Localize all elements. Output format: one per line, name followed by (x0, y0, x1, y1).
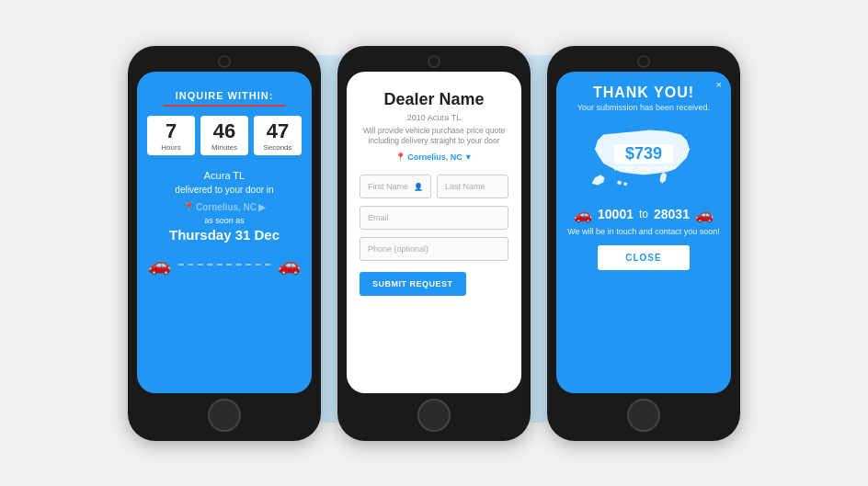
red-divider (164, 105, 286, 107)
form-location-text: Cornelius, NC (407, 153, 463, 162)
inquire-label: INQUIRE WITHIN: (176, 90, 274, 101)
delivery-text: Will provide vehicle purchase price quot… (360, 126, 508, 148)
minutes-value: 46 (204, 121, 245, 141)
form-location[interactable]: 📍 Cornelius, NC ▼ (360, 153, 508, 162)
zip-from: 10001 (598, 207, 634, 221)
minutes-unit: Minutes (204, 143, 245, 152)
form-fields: First Name 👤 Last Name Email Phone (opti… (360, 175, 508, 379)
usa-map-container: $739 HOME DELIVERY (584, 121, 703, 195)
phones-container: INQUIRE WITHIN: 7 Hours 46 Minutes 47 (128, 46, 740, 441)
car-to-icon: 🚗 (695, 206, 714, 223)
name-row: First Name 👤 Last Name (360, 175, 508, 198)
in-touch-text: We will be in touch and contact you soon… (567, 227, 719, 236)
car-model: Acura TL (204, 170, 245, 181)
form-chevron-icon: ▼ (464, 153, 473, 162)
phone-1-home-button[interactable] (208, 399, 241, 432)
minutes-box: 46 Minutes (200, 116, 248, 155)
car-subtitle: 2010 Acura TL (360, 113, 508, 122)
car-icons-row: 🚗 🚗 (148, 254, 301, 276)
phone-3-content: × THANK YOU! Your submission has been re… (556, 72, 731, 393)
location-link[interactable]: 📍 Cornelius, NC ▶ (183, 202, 266, 212)
zip-row: 🚗 10001 to 28031 🚗 (574, 206, 714, 223)
timer-container: 7 Hours 46 Minutes 47 Seconds (147, 116, 302, 155)
submission-text: Your submission has been received. (577, 103, 710, 112)
home-delivery-label: HOME DELIVERY (614, 165, 673, 172)
phone-1-notch (218, 55, 231, 68)
phone-1: INQUIRE WITHIN: 7 Hours 46 Minutes 47 (128, 46, 321, 441)
first-name-input[interactable]: First Name 👤 (360, 175, 431, 198)
car-from-icon: 🚗 (574, 206, 592, 223)
phone-2-screen: Dealer Name 2010 Acura TL Will provide v… (347, 72, 521, 393)
as-soon-label: as soon as (204, 216, 245, 225)
thank-you-title: THANK YOU! (593, 85, 694, 101)
submit-button[interactable]: SUBMIT REQUEST (360, 272, 466, 296)
car-info: Acura TL delivered to your door in (175, 168, 273, 198)
phone-2-content: Dealer Name 2010 Acura TL Will provide v… (347, 72, 521, 393)
phone-2: Dealer Name 2010 Acura TL Will provide v… (337, 46, 531, 441)
phone-3: × THANK YOU! Your submission has been re… (547, 46, 740, 441)
phone-3-notch (637, 55, 650, 68)
delivery-date: Thursday 31 Dec (169, 227, 280, 243)
person-icon: 👤 (414, 183, 423, 191)
main-scene: INQUIRE WITHIN: 7 Hours 46 Minutes 47 (0, 0, 868, 486)
phone-2-home-button[interactable] (417, 399, 451, 432)
zip-to: 28031 (654, 207, 690, 221)
email-input[interactable]: Email (360, 206, 508, 230)
car-right-icon: 🚗 (278, 254, 301, 276)
hours-value: 7 (151, 121, 191, 141)
last-name-input[interactable]: Last Name (437, 175, 508, 198)
hours-unit: Hours (151, 143, 191, 152)
phone-placeholder: Phone (optional) (368, 244, 428, 254)
phone-2-notch (428, 55, 440, 68)
car-left-icon: 🚗 (148, 254, 171, 276)
seconds-value: 47 (257, 121, 298, 141)
phone-1-screen: INQUIRE WITHIN: 7 Hours 46 Minutes 47 (137, 72, 312, 393)
last-name-placeholder: Last Name (445, 182, 485, 191)
email-placeholder: Email (368, 213, 389, 222)
phone-1-content: INQUIRE WITHIN: 7 Hours 46 Minutes 47 (137, 72, 312, 393)
location-pin-icon: 📍 (183, 202, 194, 212)
delivered-text: delivered to your door in (175, 185, 273, 195)
seconds-unit: Seconds (257, 143, 298, 152)
close-x-button[interactable]: × (716, 79, 722, 90)
chevron-icon: ▶ (258, 202, 266, 212)
dealer-name: Dealer Name (360, 90, 508, 109)
hours-box: 7 Hours (147, 116, 195, 155)
dotted-line (178, 264, 270, 266)
first-name-placeholder: First Name (368, 182, 408, 191)
location-text: Cornelius, NC (196, 202, 257, 212)
form-pin-icon: 📍 (395, 153, 405, 162)
phone-3-home-button[interactable] (627, 399, 660, 432)
phone-3-screen: × THANK YOU! Your submission has been re… (556, 72, 731, 393)
phone-input[interactable]: Phone (optional) (360, 237, 508, 261)
seconds-box: 47 Seconds (254, 116, 302, 155)
price-overlay: $739 HOME DELIVERY (614, 144, 673, 172)
price-amount: $739 (614, 144, 673, 164)
to-separator: to (639, 208, 648, 220)
close-button[interactable]: CLOSE (598, 245, 689, 270)
